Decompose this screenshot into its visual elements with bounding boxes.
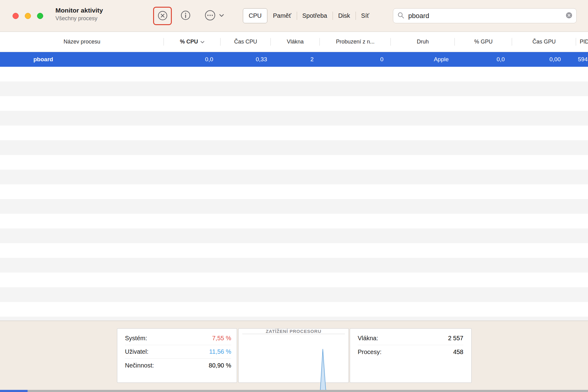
stat-label: Nečinnost:	[125, 362, 154, 369]
cell-cpu-time: 0,33	[221, 56, 271, 63]
chevron-down-icon	[219, 13, 224, 18]
stop-process-icon	[157, 10, 168, 22]
column-label: PID	[580, 39, 588, 45]
table-row-empty	[0, 126, 588, 140]
zoom-button[interactable]	[37, 13, 43, 19]
cell-gpu-time: 0,00	[512, 56, 576, 63]
stat-value-processes: 458	[453, 349, 463, 356]
table-row-empty	[0, 81, 588, 96]
cell-process-name: pboard	[0, 56, 164, 63]
table-row-empty	[0, 184, 588, 199]
clear-icon	[566, 12, 572, 20]
stat-value-threads: 2 557	[448, 335, 463, 342]
table-row-selected-pboard[interactable]: pboard 0,0 0,33 2 0 Apple 0,0 0,00 594	[0, 52, 588, 67]
column-label: Druh	[417, 39, 429, 45]
cell-threads: 2	[271, 56, 320, 63]
stat-value-idle: 80,90 %	[209, 362, 231, 369]
stat-value-user: 11,56 %	[209, 348, 231, 355]
table-row-empty	[0, 96, 588, 111]
column-header-idle-wakeups[interactable]: Probuzení z n...	[320, 32, 391, 52]
cell-idle-wakeups: 0	[320, 56, 391, 63]
table-row-empty	[0, 287, 588, 302]
table-row-empty	[0, 67, 588, 81]
window-subtitle: Všechny procesy	[55, 15, 103, 22]
window-bottom-edge	[0, 390, 588, 392]
column-header-process-name[interactable]: Název procesu	[0, 32, 164, 52]
window-controls	[13, 13, 43, 19]
info-icon	[180, 10, 191, 22]
cpu-load-chart	[239, 334, 349, 392]
column-header-gpu-time[interactable]: Čas GPU	[512, 32, 576, 52]
cell-kind: Apple	[391, 56, 455, 63]
stat-label: Vlákna:	[358, 335, 378, 342]
search-icon	[397, 12, 405, 20]
stat-label: Systém:	[125, 335, 147, 342]
clear-search-button[interactable]	[566, 12, 572, 20]
tab-energy[interactable]: Spotřeba	[297, 8, 333, 23]
table-row-empty	[0, 111, 588, 126]
stat-label: Procesy:	[358, 349, 382, 356]
table-row-empty	[0, 155, 588, 170]
stat-value-system: 7,55 %	[212, 335, 231, 342]
tab-disk[interactable]: Disk	[333, 8, 356, 23]
column-label: % GPU	[474, 39, 492, 45]
tab-network[interactable]: Síť	[356, 8, 375, 23]
view-segmented-control: CPU Paměť Spotřeba Disk Síť	[243, 8, 375, 23]
stat-row-processes: Procesy: 458	[358, 345, 463, 359]
activity-monitor-window: Monitor aktivity Všechny procesy	[0, 0, 588, 392]
search-field[interactable]	[393, 8, 577, 23]
footer-stats-panel: Systém: 7,55 % Uživatel: 11,56 % Nečinno…	[0, 321, 588, 390]
more-options-button[interactable]	[204, 9, 224, 22]
bottom-edge-blue-segment	[0, 390, 28, 392]
column-label: Čas CPU	[234, 39, 257, 45]
table-row-empty	[0, 302, 588, 317]
table-row-empty	[0, 243, 588, 258]
stat-row-idle: Nečinnost: 80,90 %	[125, 359, 231, 372]
table-row-empty	[0, 170, 588, 184]
inspect-info-button[interactable]	[180, 10, 191, 22]
window-title: Monitor aktivity	[55, 7, 103, 14]
table-row-empty	[0, 317, 588, 321]
stat-row-threads: Vlákna: 2 557	[358, 332, 463, 345]
column-label: Vlákna	[287, 39, 303, 45]
column-label: Čas GPU	[532, 39, 556, 45]
stat-row-system: Systém: 7,55 %	[125, 332, 231, 345]
threads-processes-stats-box: Vlákna: 2 557 Procesy: 458	[350, 328, 472, 383]
column-label: Probuzení z n...	[336, 39, 375, 45]
title-block: Monitor aktivity Všechny procesy	[55, 7, 103, 22]
column-header-gpu-percent[interactable]: % GPU	[455, 32, 512, 52]
column-header-cpu-time[interactable]: Čas CPU	[221, 32, 271, 52]
column-label: Název procesu	[63, 39, 100, 45]
column-header-kind[interactable]: Druh	[391, 32, 455, 52]
table-row-empty	[0, 258, 588, 273]
cpu-percentage-stats-box: Systém: 7,55 % Uživatel: 11,56 % Nečinno…	[117, 328, 237, 383]
stat-row-user: Uživatel: 11,56 %	[125, 345, 231, 359]
tab-cpu[interactable]: CPU	[243, 8, 267, 23]
process-table: pboard 0,0 0,33 2 0 Apple 0,0 0,00 594	[0, 52, 588, 321]
column-header-threads[interactable]: Vlákna	[271, 32, 320, 52]
cell-pid: 594	[576, 56, 588, 63]
cpu-load-chart-title: ZATÍŽENÍ PROCESORU	[242, 329, 345, 334]
cpu-load-chart-box: ZATÍŽENÍ PROCESORU	[238, 328, 349, 383]
cell-gpu-percent: 0,0	[455, 56, 512, 63]
table-row-empty	[0, 199, 588, 214]
column-header-pid[interactable]: PID	[576, 32, 588, 52]
search-input[interactable]	[408, 12, 563, 20]
ellipsis-circle-icon	[204, 9, 216, 22]
table-header: Název procesu % CPU Čas CPU Vlákna Probu…	[0, 32, 588, 52]
close-button[interactable]	[13, 13, 19, 19]
minimize-button[interactable]	[25, 13, 31, 19]
stop-process-button[interactable]	[157, 10, 168, 22]
table-row-empty	[0, 214, 588, 228]
table-row-empty	[0, 140, 588, 155]
toolbar: Monitor aktivity Všechny procesy	[0, 0, 588, 32]
table-row-empty	[0, 273, 588, 287]
sort-chevron-down-icon	[200, 39, 205, 45]
column-header-cpu-percent[interactable]: % CPU	[164, 32, 221, 52]
empty-rows-area	[0, 67, 588, 321]
stat-label: Uživatel:	[125, 348, 149, 355]
cell-cpu-percent: 0,0	[164, 56, 221, 63]
column-label: % CPU	[180, 39, 198, 45]
tab-memory[interactable]: Paměť	[267, 8, 297, 23]
table-row-empty	[0, 228, 588, 243]
